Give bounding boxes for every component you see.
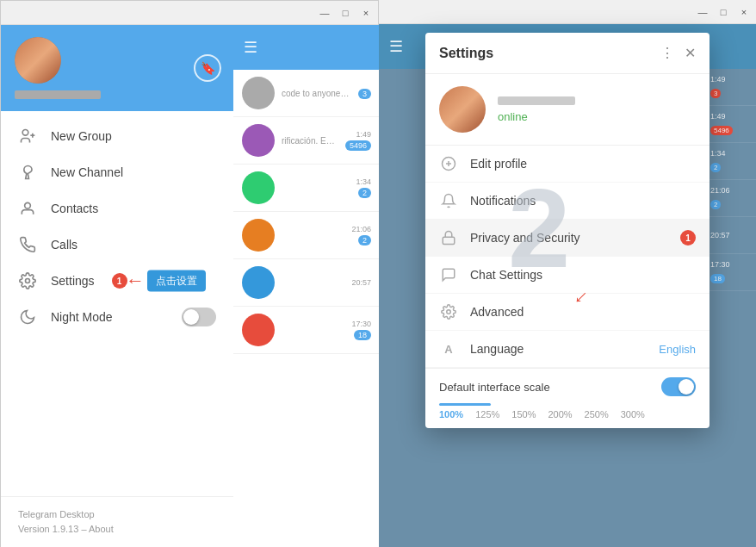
sidebar-footer: Telegram Desktop Version 1.9.13 – About (1, 496, 233, 547)
language-label: Language (470, 342, 647, 356)
edit-profile-icon (439, 154, 458, 173)
unread-count: 3 (710, 89, 721, 98)
chat-list-item[interactable]: rificación. Espera... 1:49 5496 (233, 117, 380, 165)
scale-value-300[interactable]: 300% (621, 409, 645, 420)
settings-scale-section: Default interface scale 100% 125% 150% 2… (425, 368, 710, 428)
chat-list-item[interactable]: code to anyone, eve... 3 (233, 70, 380, 117)
chat-time: 21:06 (351, 225, 371, 233)
chat-time: 20:57 (351, 278, 371, 287)
unread-count: 5496 (345, 140, 371, 151)
new-channel-label: New Channel (51, 165, 123, 179)
unread-count: 2 (358, 235, 371, 246)
chat-list-item[interactable]: 20:57 (233, 259, 380, 307)
settings-item-privacy-security[interactable]: Privacy and Security 1 隐私安全 (425, 220, 710, 257)
chat-time: 1:34 (710, 149, 749, 158)
scale-value-100[interactable]: 100% (439, 409, 463, 420)
sidebar-item-contacts[interactable]: Contacts (1, 190, 233, 227)
settings-close-icon[interactable]: ✕ (685, 45, 696, 61)
edit-profile-label: Edit profile (470, 157, 696, 171)
unread-count: 18 (354, 330, 371, 340)
privacy-badge: 1 (680, 230, 696, 246)
left-titlebar: — □ × (1, 1, 378, 25)
night-mode-label: Night Mode (51, 310, 168, 324)
close-button[interactable]: × (359, 6, 373, 20)
bookmark-icon: 🔖 (201, 61, 215, 75)
chat-preview: code to anyone, eve... (282, 89, 351, 98)
svg-point-4 (26, 279, 30, 283)
settings-header-buttons: ⋮ ✕ (660, 45, 696, 61)
chat-list-item[interactable]: 1:34 2 (233, 165, 380, 212)
chat-time: 21:06 (710, 186, 749, 195)
language-value: English (659, 343, 696, 356)
app-version: Version 1.9.13 – About (18, 522, 216, 538)
unread-count: 3 (358, 89, 371, 99)
sidebar-item-new-channel[interactable]: New Channel (1, 154, 233, 190)
app-name: Telegram Desktop (18, 507, 216, 523)
sidebar-header: 🔖 (1, 25, 233, 111)
sidebar-item-settings[interactable]: Settings 1 点击设置 ← (1, 263, 233, 299)
avatar (242, 314, 275, 346)
scale-value-200[interactable]: 200% (548, 409, 572, 420)
avatar (242, 77, 275, 109)
chat-list-item[interactable]: 17:30 18 (233, 307, 380, 354)
chat-time: 17:30 (351, 320, 371, 328)
new-group-label: New Group (51, 129, 112, 143)
settings-badge: 1 (112, 273, 127, 289)
avatar (242, 219, 275, 252)
settings-item-notifications[interactable]: Notifications (425, 183, 710, 220)
avatar (242, 266, 275, 299)
unread-count: 2 (710, 163, 721, 172)
click-hint-tooltip: 点击设置 (147, 270, 206, 292)
channel-icon (18, 163, 37, 182)
scale-value-250[interactable]: 250% (585, 409, 609, 420)
right-minimize-button[interactable]: — (696, 5, 710, 19)
avatar (15, 37, 61, 84)
settings-profile-avatar (439, 86, 486, 133)
settings-profile-section[interactable]: online (425, 74, 710, 146)
scale-bar (439, 403, 491, 406)
contacts-label: Contacts (51, 202, 98, 215)
more-options-icon[interactable]: ⋮ (660, 45, 674, 61)
settings-item-edit-profile[interactable]: Edit profile (425, 146, 710, 183)
maximize-button[interactable]: □ (338, 6, 352, 20)
advanced-label: Advanced (470, 305, 696, 319)
contacts-icon (18, 199, 37, 218)
chat-time: 1:49 (710, 112, 749, 121)
settings-dialog: Settings ⋮ ✕ online Edit profile (425, 33, 710, 428)
sidebar-item-calls[interactable]: Calls (1, 227, 233, 263)
right-maximize-button[interactable]: □ (716, 5, 730, 19)
sidebar-menu: New Group New Channel Contacts (1, 111, 233, 496)
hamburger-icon[interactable]: ☰ (389, 37, 403, 56)
settings-item-advanced[interactable]: Advanced (425, 294, 710, 331)
settings-item-language[interactable]: A Language English (425, 331, 710, 368)
chat-list-area: ☰ code to anyone, eve... 3 rificación. E… (233, 25, 380, 547)
avatar (242, 124, 275, 157)
settings-dialog-header: Settings ⋮ ✕ (425, 33, 710, 74)
chat-list-item[interactable]: 21:06 2 (233, 212, 380, 259)
settings-title: Settings (439, 46, 660, 61)
scale-toggle[interactable] (661, 377, 696, 396)
svg-rect-8 (443, 237, 455, 244)
minimize-button[interactable]: — (318, 6, 332, 20)
group-icon (18, 127, 37, 146)
chat-list-header: ☰ (233, 25, 380, 70)
night-mode-toggle[interactable] (182, 308, 216, 326)
svg-point-9 (447, 310, 451, 314)
right-close-button[interactable]: × (737, 5, 751, 19)
profile-status: online (498, 110, 575, 123)
scale-value-150[interactable]: 150% (511, 409, 536, 420)
right-telegram-window: — □ × ☰ 1:49 3 1:49 5496 (379, 0, 756, 547)
arrow-icon: ← (126, 270, 145, 292)
calls-label: Calls (51, 238, 77, 252)
sidebar-item-new-group[interactable]: New Group (1, 118, 233, 154)
chat-time: 1:49 (345, 130, 371, 139)
unread-count: 18 (710, 274, 725, 283)
scale-value-125[interactable]: 125% (475, 409, 499, 420)
hamburger-icon[interactable]: ☰ (244, 38, 257, 57)
avatar (242, 171, 275, 204)
scale-label: Default interface scale (439, 381, 550, 394)
settings-item-chat-settings[interactable]: Chat Settings (425, 257, 710, 294)
unread-count: 5496 (710, 126, 733, 135)
bookmark-button[interactable]: 🔖 (194, 54, 221, 82)
privacy-icon (439, 228, 458, 247)
